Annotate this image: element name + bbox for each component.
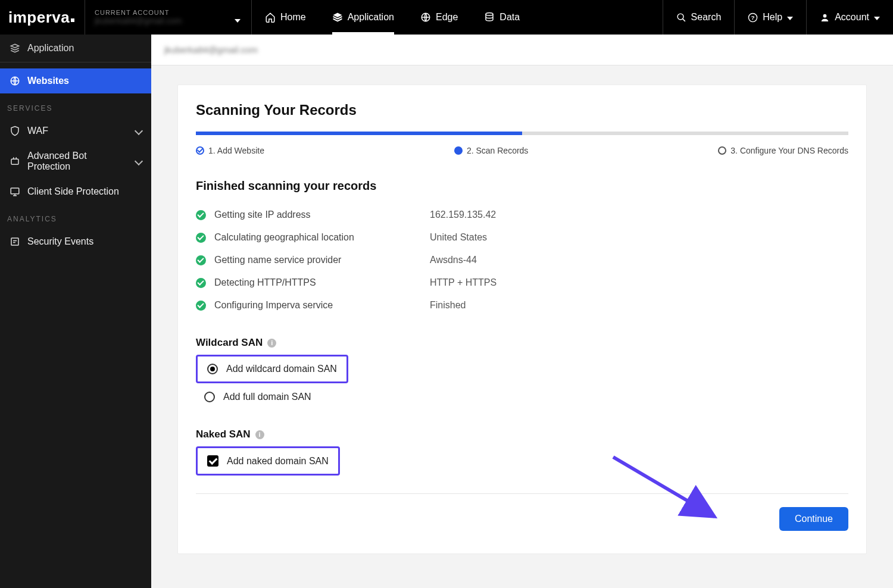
filled-circle-icon <box>454 146 463 155</box>
sidebar-item-label: WAF <box>27 126 48 136</box>
result-value: 162.159.135.42 <box>430 209 496 220</box>
nav-home[interactable]: Home <box>252 0 319 35</box>
info-icon[interactable]: i <box>255 430 264 439</box>
step-add-website: 1. Add Website <box>196 146 264 155</box>
account-picker-label: CURRENT ACCOUNT <box>95 9 242 16</box>
sidebar-item-websites[interactable]: Websites <box>0 68 151 93</box>
result-value: Finished <box>430 300 466 311</box>
nav-account-label: Account <box>835 12 869 23</box>
svg-rect-9 <box>11 238 18 245</box>
top-nav: Home Application Edge Data Search ? Help <box>252 0 893 35</box>
progress-fill <box>196 132 522 135</box>
radio-label: Add wildcard domain SAN <box>226 364 337 374</box>
success-check-icon <box>196 233 206 243</box>
radio-icon <box>207 364 218 374</box>
sidebar-item-security-events[interactable]: Security Events <box>0 229 151 254</box>
sidebar-item-label: Websites <box>27 76 69 86</box>
radio-wildcard-san[interactable]: Add wildcard domain SAN <box>198 356 346 381</box>
chevron-down-icon <box>136 126 142 136</box>
nav-help[interactable]: ? Help <box>734 0 806 35</box>
success-check-icon <box>196 210 206 220</box>
result-label: Getting name service provider <box>214 255 421 265</box>
database-icon <box>484 12 495 23</box>
step-label: 2. Scan Records <box>467 146 529 155</box>
nav-account[interactable]: Account <box>806 0 893 35</box>
brand-logo: imperva <box>0 0 85 35</box>
continue-button[interactable]: Continue <box>779 507 848 531</box>
sidebar-item-csp[interactable]: Client Side Protection <box>0 179 151 204</box>
radio-label: Add full domain SAN <box>223 392 311 402</box>
checkbox-icon <box>207 455 218 467</box>
nav-home-label: Home <box>280 12 306 23</box>
radio-icon <box>204 392 215 402</box>
nav-help-label: Help <box>763 12 782 23</box>
layers-icon <box>10 43 20 54</box>
help-icon: ? <box>748 12 758 23</box>
shield-icon <box>10 126 20 136</box>
chevron-down-icon <box>136 156 142 167</box>
nav-edge-label: Edge <box>436 12 458 23</box>
highlight-box: Add wildcard domain SAN <box>196 355 348 383</box>
globe-icon <box>420 12 431 23</box>
radio-full-domain-san[interactable]: Add full domain SAN <box>196 386 848 408</box>
sidebar-item-label: Client Side Protection <box>27 186 119 197</box>
nav-data-label: Data <box>499 12 520 23</box>
page-title: Scanning Your Records <box>196 102 848 118</box>
breadcrumb: jkuberka84@gmail.com <box>164 45 258 55</box>
top-bar: imperva CURRENT ACCOUNT jkuberka84@gmail… <box>0 0 893 35</box>
result-value: United States <box>430 232 487 243</box>
empty-circle-icon <box>718 146 726 155</box>
monitor-icon <box>10 186 20 197</box>
svg-point-1 <box>486 13 493 16</box>
main-area: Scanning Your Records 1. Add Website 2. … <box>151 65 893 588</box>
sidebar-item-label: Advanced Bot Protection <box>27 151 129 172</box>
success-check-icon <box>196 255 206 265</box>
result-row: Getting name service provider Awsdns-44 <box>196 249 848 271</box>
svg-text:?: ? <box>751 14 755 21</box>
result-label: Getting site IP address <box>214 209 421 220</box>
highlight-box: Add naked domain SAN <box>196 446 340 476</box>
sidebar-group-application[interactable]: Application <box>0 35 151 62</box>
search-icon <box>676 12 686 23</box>
layers-icon <box>332 12 343 23</box>
result-row: Calculating geographical location United… <box>196 226 848 249</box>
sidebar-item-label: Security Events <box>27 236 93 247</box>
sidebar: Application Websites SERVICES WAF Advanc… <box>0 35 151 588</box>
account-picker[interactable]: CURRENT ACCOUNT jkuberka84@gmail.com <box>85 0 252 35</box>
finished-heading: Finished scanning your records <box>196 179 848 193</box>
success-check-icon <box>196 278 206 288</box>
globe-icon <box>10 76 20 86</box>
step-label: 3. Configure Your DNS Records <box>730 146 848 155</box>
naked-san-heading: Naked SAN i <box>196 429 848 440</box>
info-icon[interactable]: i <box>267 339 276 348</box>
nav-edge[interactable]: Edge <box>407 0 471 35</box>
sidebar-section-analytics: ANALYTICS <box>0 204 151 229</box>
nav-application[interactable]: Application <box>319 0 407 35</box>
result-value: HTTP + HTTPS <box>430 277 497 288</box>
wizard-card: Scanning Your Records 1. Add Website 2. … <box>177 85 867 554</box>
chevron-down-icon <box>874 12 880 23</box>
nav-search[interactable]: Search <box>663 0 735 35</box>
checkbox-naked-san[interactable]: Add naked domain SAN <box>198 448 338 474</box>
step-scan-records: 2. Scan Records <box>454 146 529 155</box>
svg-point-2 <box>677 14 683 20</box>
events-icon <box>10 236 20 247</box>
result-label: Calculating geographical location <box>214 232 421 243</box>
nav-data[interactable]: Data <box>471 0 533 35</box>
wizard-steps: 1. Add Website 2. Scan Records 3. Config… <box>196 146 848 155</box>
sidebar-item-waf[interactable]: WAF <box>0 118 151 143</box>
footer-divider: Continue <box>196 493 848 531</box>
svg-point-5 <box>823 14 827 17</box>
chevron-down-icon <box>235 14 241 25</box>
breadcrumb-bar: jkuberka84@gmail.com <box>151 35 893 65</box>
sidebar-section-services: SERVICES <box>0 93 151 118</box>
home-icon <box>265 12 276 23</box>
result-value: Awsdns-44 <box>430 255 477 265</box>
bot-icon <box>10 156 20 167</box>
nav-search-label: Search <box>691 12 722 23</box>
result-label: Configuring Imperva service <box>214 300 421 311</box>
chevron-down-icon <box>787 12 793 23</box>
result-label: Detecting HTTP/HTTPS <box>214 277 421 288</box>
sidebar-item-abp[interactable]: Advanced Bot Protection <box>0 143 151 179</box>
progress-bar <box>196 132 848 135</box>
